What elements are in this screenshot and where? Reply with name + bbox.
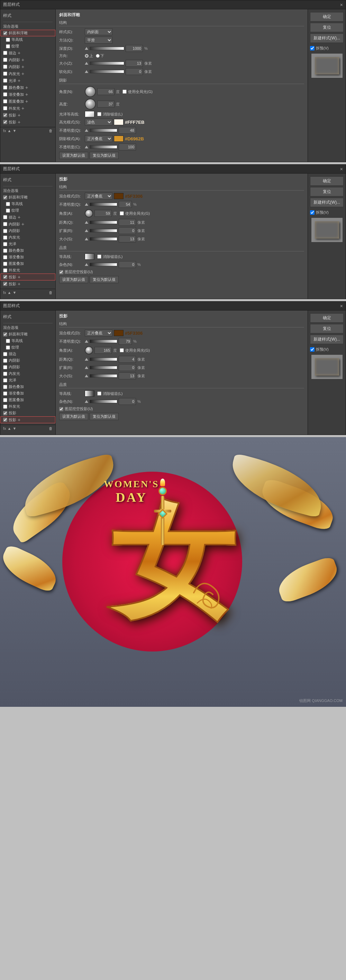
fx-down-1[interactable]: ▼: [13, 129, 16, 133]
sidebar-item-bevel-1[interactable]: 斜面和浮雕: [0, 30, 55, 36]
texture-checkbox-2[interactable]: [6, 208, 10, 213]
sidebar-item-inner-shadow-2[interactable]: 内阴影 +: [0, 221, 55, 228]
sidebar-item-drop-shadow2-1[interactable]: 投影 +: [0, 119, 55, 126]
inner-glow-checkbox-1[interactable]: [3, 72, 7, 76]
fx-trash-2[interactable]: 🗑: [49, 291, 53, 294]
spread-input-2[interactable]: [119, 227, 136, 234]
sidebar-item-outer-glow-3[interactable]: 外发光: [0, 403, 55, 410]
stroke-checkbox-3[interactable]: [3, 352, 7, 356]
blend-color-swatch-2[interactable]: [114, 193, 124, 199]
fx-up-2[interactable]: ▲: [8, 291, 11, 294]
gloss-swatch-1[interactable]: [85, 111, 94, 117]
bevel-checkbox-1[interactable]: [3, 31, 7, 35]
size-input-2[interactable]: [119, 235, 136, 242]
opacity-handle-3[interactable]: [85, 340, 88, 343]
satin-checkbox-1[interactable]: [3, 78, 7, 83]
sidebar-item-texture-2[interactable]: 纹理: [0, 207, 55, 214]
sidebar-item-inner-shadow2-2[interactable]: 内阴影: [0, 228, 55, 234]
noise-slider-2[interactable]: [89, 263, 117, 266]
preview-checkbox-1[interactable]: [310, 46, 314, 51]
sidebar-item-outer-glow-1[interactable]: 外发光 +: [0, 105, 55, 112]
direction-up-label-1[interactable]: 上: [85, 53, 93, 59]
global-light-checkbox-3[interactable]: [120, 348, 124, 352]
inner-shadow2-checkbox-1[interactable]: [3, 65, 7, 69]
bevel-checkbox-3[interactable]: [3, 332, 7, 336]
satin-plus-1[interactable]: +: [18, 78, 21, 83]
texture-checkbox-3[interactable]: [6, 345, 10, 350]
noise-handle-2[interactable]: [85, 263, 88, 266]
shadow-opacity-input-1[interactable]: [119, 143, 136, 150]
preview-checkbox-2[interactable]: [310, 210, 314, 215]
drop-shadow2-plus-1[interactable]: +: [18, 119, 21, 125]
sidebar-item-gradient-overlay-2[interactable]: 渐变叠加: [0, 254, 55, 260]
fx-up-1[interactable]: ▲: [8, 129, 11, 133]
sidebar-item-contour-1[interactable]: 等高线: [0, 36, 55, 43]
sidebar-item-color-overlay-3[interactable]: 颜色叠加: [0, 383, 55, 390]
bevel-checkbox-2[interactable]: [3, 196, 7, 199]
drop-shadow1-checkbox-1[interactable]: [3, 113, 7, 117]
direction-up-radio-1[interactable]: [85, 54, 89, 58]
sidebar-item-stroke-3[interactable]: 描边: [0, 351, 55, 357]
sidebar-item-inner-glow-1[interactable]: 内发光 +: [0, 70, 55, 77]
sidebar-item-texture-1[interactable]: 纹理: [0, 43, 55, 49]
sidebar-item-drop-shadow1-3[interactable]: 投影: [0, 410, 55, 416]
inner-shadow1-checkbox-1[interactable]: [3, 58, 7, 62]
global-light-checkbox-2[interactable]: [120, 211, 124, 215]
shadow-mode-select-1[interactable]: 正片叠底: [85, 135, 112, 142]
contour-swatch-2[interactable]: [85, 253, 94, 260]
sidebar-item-contour-3[interactable]: 等高线: [0, 337, 55, 344]
distance-handle-2[interactable]: [85, 221, 88, 224]
size-slider-2[interactable]: [89, 237, 117, 241]
reset-button-3[interactable]: 复位: [310, 324, 344, 333]
contour-checkbox-2[interactable]: [6, 202, 10, 206]
distance-handle-3[interactable]: [85, 358, 88, 361]
set-default-btn-3[interactable]: 设置为默认值: [59, 413, 88, 420]
blend-mode-select-2[interactable]: 正片叠底: [85, 192, 112, 199]
new-style-button-1[interactable]: 新建样式(W)...: [310, 33, 344, 43]
sidebar-item-drop-shadow2-2[interactable]: 投影 +: [0, 280, 55, 287]
contour-checkbox-1[interactable]: [6, 38, 10, 42]
color-overlay-checkbox-2[interactable]: [3, 249, 7, 253]
sidebar-item-blend-options-2[interactable]: 混合选项: [0, 188, 55, 194]
highlight-color-swatch-1[interactable]: [114, 119, 124, 125]
close-button-1[interactable]: ×: [340, 2, 343, 8]
sidebar-item-blend-options-3[interactable]: 混合选项: [0, 325, 55, 331]
angle-input-3[interactable]: [94, 347, 112, 354]
highlight-mode-select-1[interactable]: 滤色: [85, 119, 112, 126]
highlight-opacity-slider-1[interactable]: [89, 129, 117, 132]
sidebar-item-color-overlay-1[interactable]: 颜色叠加 +: [0, 84, 55, 91]
inner-glow-plus-1[interactable]: +: [21, 71, 24, 76]
altitude-input-1[interactable]: [97, 101, 115, 108]
style-select-1[interactable]: 内斜面: [85, 29, 112, 35]
size-input-1[interactable]: [126, 60, 143, 67]
sidebar-item-pattern-overlay-1[interactable]: 图案叠加 +: [0, 98, 55, 105]
opacity-input-3[interactable]: [119, 338, 132, 345]
contour-swatch-3[interactable]: [85, 390, 94, 397]
soften-slider-1[interactable]: [89, 70, 124, 73]
noise-input-3[interactable]: [119, 398, 136, 405]
sidebar-item-drop-shadow1-2[interactable]: 投影 +: [0, 274, 55, 280]
sidebar-item-inner-shadow-3[interactable]: 内阴影: [0, 357, 55, 364]
depth-input-1[interactable]: [126, 45, 143, 52]
sidebar-item-inner-glow-2[interactable]: 内发光: [0, 234, 55, 241]
layer-knockout-checkbox-2[interactable]: [59, 270, 63, 274]
sidebar-item-satin-2[interactable]: 光泽: [0, 241, 55, 247]
spread-handle-2[interactable]: [85, 229, 88, 232]
spread-slider-3[interactable]: [89, 366, 117, 369]
direction-down-radio-1[interactable]: [96, 54, 100, 58]
drop-shadow2-checkbox-1[interactable]: [3, 120, 7, 124]
new-style-button-2[interactable]: 新建样式(W)...: [310, 198, 344, 207]
drop-shadow2-plus-2[interactable]: +: [18, 281, 21, 287]
inner-glow-checkbox-2[interactable]: [3, 235, 7, 240]
stroke-plus-2[interactable]: +: [18, 215, 21, 220]
sidebar-item-inner-shadow1-1[interactable]: 内阴影 +: [0, 56, 55, 63]
sidebar-item-satin-3[interactable]: 光泽: [0, 377, 55, 383]
size-handle-3[interactable]: [85, 374, 88, 377]
layer-knockout-checkbox-3[interactable]: [59, 407, 63, 411]
inner-glow-checkbox-3[interactable]: [3, 372, 7, 376]
ok-button-2[interactable]: 确定: [310, 177, 344, 186]
angle-dial-2[interactable]: [85, 209, 93, 218]
angle-dial-1[interactable]: [85, 86, 96, 97]
size-slider-3[interactable]: [89, 374, 117, 378]
color-overlay-plus-1[interactable]: +: [25, 85, 28, 90]
